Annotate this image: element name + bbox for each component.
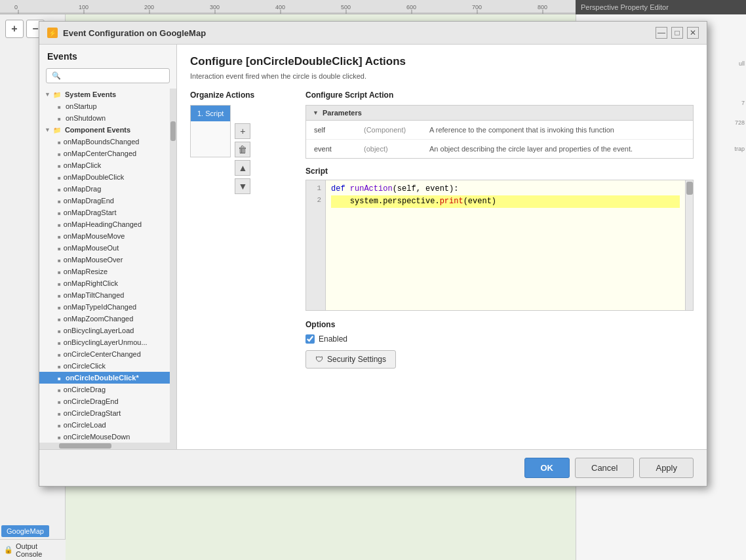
folder-icon-component-2: 📁 xyxy=(53,127,61,134)
param-type-event: (object) xyxy=(359,140,424,159)
tree-item-onBicyclingLayerLoad[interactable]: ■onBicyclingLayerLoad xyxy=(39,325,176,336)
modal-controls: — □ ✕ xyxy=(656,27,699,39)
tree-item-onCircleDragStart[interactable]: ■onCircleDragStart xyxy=(39,407,176,419)
script-editor[interactable]: 1 2 def runAction(self, event): system.p… xyxy=(305,180,694,311)
bullet-1: ■ xyxy=(58,140,61,146)
move-up-button[interactable]: ▲ xyxy=(235,160,250,176)
tree-item-onCircleDoubleClick[interactable]: ■ onCircleDoubleClick* xyxy=(39,372,176,384)
tree-item-onMapHeadingChanged[interactable]: ■onMapHeadingChanged xyxy=(39,218,176,230)
param-desc-event: An object describing the circle layer an… xyxy=(424,140,693,159)
folder-icon-component: ▼ xyxy=(45,127,50,133)
tree-item-onMapDrag[interactable]: ■onMapDrag xyxy=(39,183,176,195)
tree-item-onCircleLoad[interactable]: ■onCircleLoad xyxy=(39,419,176,431)
svg-text:500: 500 xyxy=(341,4,351,10)
bullet-10: ■ xyxy=(58,246,61,252)
component-events-group[interactable]: ▼ 📁 Component Events xyxy=(39,124,176,136)
param-table: self (Component) A reference to the comp… xyxy=(306,121,693,158)
tree-item-onMapRightClick[interactable]: ■onMapRightClick xyxy=(39,277,176,289)
cancel-button[interactable]: Cancel xyxy=(575,458,634,478)
organize-actions-panel: Organize Actions 1. Script + 🗑 ▲ xyxy=(190,90,295,439)
delete-action-button[interactable]: 🗑 xyxy=(235,142,250,157)
tree-item-onMapClick[interactable]: ■onMapClick xyxy=(39,159,176,171)
system-events-group[interactable]: ▼ 📁 System Events xyxy=(39,89,176,100)
action-vert-btns: + 🗑 ▲ ▼ xyxy=(235,105,250,194)
enabled-checkbox[interactable] xyxy=(305,334,315,344)
script-scrollbar[interactable] xyxy=(685,180,693,310)
bullet-17: ■ xyxy=(58,329,61,334)
modal-maximize-button[interactable]: □ xyxy=(671,27,683,39)
move-down-button[interactable]: ▼ xyxy=(235,178,250,194)
tree-item-onMapMouseOut[interactable]: ■onMapMouseOut xyxy=(39,242,176,254)
script-section-label: Script xyxy=(305,167,694,176)
bullet-5: ■ xyxy=(58,187,61,193)
tree-item-onCircleCenterChanged[interactable]: ■onCircleCenterChanged xyxy=(39,348,176,360)
tree-h-scrollbar-thumb xyxy=(59,443,111,449)
bullet-3: ■ xyxy=(58,163,61,169)
bullet-18: ■ xyxy=(58,340,61,346)
bullet-15: ■ xyxy=(58,305,61,311)
tree-item-onMapResize[interactable]: ■onMapResize xyxy=(39,266,176,277)
event-configuration-modal: ⚡ Event Configuration on GoogleMap — □ ✕… xyxy=(39,21,707,487)
bullet-selected: ■ xyxy=(58,376,61,382)
action-list: 1. Script xyxy=(190,105,231,157)
bullet-onstartup: ■ xyxy=(58,104,61,110)
enabled-row: Enabled xyxy=(305,334,694,344)
tree-item-onMapTypeIdChanged[interactable]: ■onMapTypeIdChanged xyxy=(39,301,176,313)
script-scrollbar-thumb xyxy=(686,182,693,195)
tree-item-onMapDragStart[interactable]: ■onMapDragStart xyxy=(39,207,176,218)
tree-item-onCircleDragEnd[interactable]: ■onCircleDragEnd xyxy=(39,395,176,407)
tree-item-onMapZoomChanged[interactable]: ■onMapZoomChanged xyxy=(39,313,176,325)
tree-item-onMapMouseMove[interactable]: ■onMapMouseMove xyxy=(39,230,176,242)
configure-script-header: Configure Script Action xyxy=(305,90,694,100)
svg-text:600: 600 xyxy=(406,4,416,10)
two-col-layout: Organize Actions 1. Script + 🗑 ▲ xyxy=(190,90,694,439)
script-code-area[interactable]: def runAction(self, event): system.persp… xyxy=(326,180,685,310)
ok-button[interactable]: OK xyxy=(524,458,570,478)
tree-item-onCircleClick[interactable]: ■onCircleClick xyxy=(39,360,176,372)
bullet-9: ■ xyxy=(58,234,61,240)
bullet-4: ■ xyxy=(58,175,61,181)
search-icon: 🔍 xyxy=(52,71,61,80)
security-settings-button[interactable]: 🛡 Security Settings xyxy=(305,350,396,369)
apply-button[interactable]: Apply xyxy=(639,458,694,478)
tree-item-onMapMouseOver[interactable]: ■onMapMouseOver xyxy=(39,254,176,266)
tree-scrollbar[interactable] xyxy=(170,89,176,449)
action-list-container: 1. Script xyxy=(190,105,231,194)
tree-scrollbar-thumb xyxy=(170,121,176,141)
parameters-header: ▼ Parameters xyxy=(306,106,693,121)
search-box[interactable]: 🔍 xyxy=(46,68,170,83)
tree-item-onstartup[interactable]: ■ onStartup xyxy=(39,100,176,112)
script-line-1: def runAction(self, event): xyxy=(331,183,680,195)
bullet-25: ■ xyxy=(58,423,61,429)
param-row-event: event (object) An object describing the … xyxy=(306,140,693,159)
script-line-2: system.perspective.print(event) xyxy=(331,195,680,208)
tree-item-onMapDragEnd[interactable]: ■onMapDragEnd xyxy=(39,195,176,207)
svg-text:0: 0 xyxy=(14,4,18,10)
param-desc-self: A reference to the component that is inv… xyxy=(424,121,693,140)
options-label: Options xyxy=(305,320,694,329)
svg-text:300: 300 xyxy=(210,4,220,10)
svg-text:800: 800 xyxy=(538,4,547,10)
bullet-20: ■ xyxy=(58,364,61,370)
tree-item-onMapTiltChanged[interactable]: ■onMapTiltChanged xyxy=(39,289,176,301)
tree-item-onCircleMouseDown[interactable]: ■onCircleMouseDown xyxy=(39,431,176,443)
events-tree: ▼ 📁 System Events ■ onStartup ■ onShutdo… xyxy=(39,89,176,449)
action-item-script[interactable]: 1. Script xyxy=(191,106,230,121)
tree-item-onshutdown[interactable]: ■ onShutdown xyxy=(39,112,176,124)
tree-item-onMapDoubleClick[interactable]: ■onMapDoubleClick xyxy=(39,171,176,183)
tree-item-onCircleDrag[interactable]: ■onCircleDrag xyxy=(39,384,176,395)
params-expand-icon: ▼ xyxy=(313,110,319,116)
tree-item-onMapBoundsChanged[interactable]: ■onMapBoundsChanged xyxy=(39,136,176,148)
modal-close-button[interactable]: ✕ xyxy=(687,27,699,39)
parameters-label: Parameters xyxy=(323,109,362,117)
svg-text:200: 200 xyxy=(144,4,154,10)
folder-icon-system: ▼ xyxy=(45,91,50,98)
tree-item-onMapCenterChanged[interactable]: ■onMapCenterChanged xyxy=(39,148,176,159)
tree-h-scrollbar[interactable] xyxy=(39,443,176,449)
modal-minimize-button[interactable]: — xyxy=(656,27,667,39)
bullet-7: ■ xyxy=(58,210,61,216)
add-action-button[interactable]: + xyxy=(235,123,250,139)
bullet-24: ■ xyxy=(58,411,61,417)
svg-text:400: 400 xyxy=(275,4,285,10)
tree-item-onBicyclingLayerUnmou[interactable]: ■onBicyclingLayerUnmou... xyxy=(39,336,176,348)
